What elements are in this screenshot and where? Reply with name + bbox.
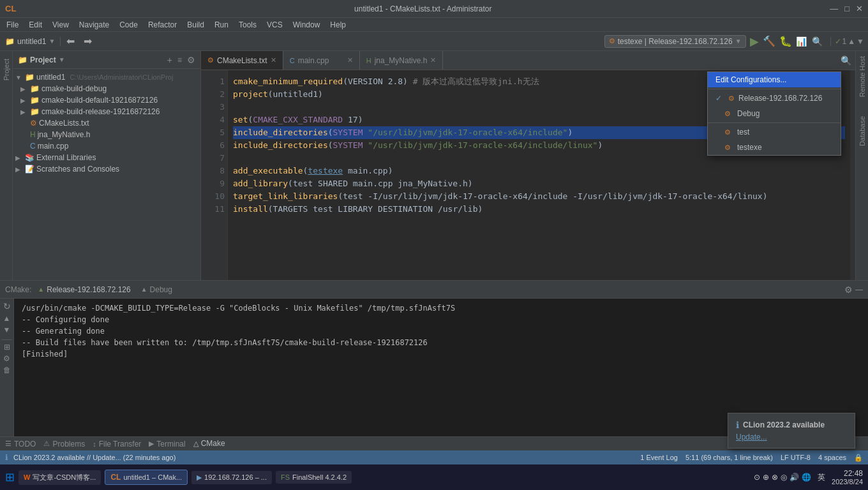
console-line-4: -- Build files have been written to: /tm… [22, 337, 860, 348]
menu-bar: File Edit View Navigate Code Refactor Bu… [0, 18, 868, 32]
taskbar-app-finalshell[interactable]: FS FinalShell 4.2.4.2 [276, 471, 352, 484]
maximize-btn[interactable]: □ [844, 4, 849, 13]
console-up-btn[interactable]: ▲ [3, 314, 11, 323]
tree-file-jna[interactable]: H jna_MyNative.h [13, 129, 200, 140]
notification-action[interactable]: Update... [736, 433, 767, 436]
sidebar-settings[interactable]: ⚙ [187, 55, 195, 65]
cmake-tab-release[interactable]: ▲ Release-192.168.72.126 [34, 283, 134, 297]
sidebar-collapse[interactable]: ≡ [177, 56, 182, 64]
root-icon: 📁 [25, 73, 34, 82]
menu-edit[interactable]: Edit [24, 19, 47, 31]
cmake-header: CMake: ▲ Release-192.168.72.126 ▲ Debug … [0, 281, 868, 299]
tray-icon-4[interactable]: ◎ [781, 473, 787, 482]
tree-external-libs[interactable]: ▶ 📚 External Libraries [13, 152, 200, 163]
tray-icon-3[interactable]: ⊗ [772, 473, 778, 482]
database-label[interactable]: Database [857, 114, 867, 149]
code-line-8: add_executable(testexe main.cpp) [233, 165, 845, 177]
menu-view[interactable]: View [47, 19, 74, 31]
tray-icon-6[interactable]: 🌐 [802, 473, 811, 482]
tab-jna[interactable]: H jna_MyNative.h ✕ [360, 51, 444, 70]
cmake-minimize-btn[interactable]: — [855, 285, 863, 294]
debug-button[interactable]: 🐛 [778, 35, 793, 47]
menu-code[interactable]: Code [114, 19, 143, 31]
sidebar-tree: ▼ 📁 untitled1 C:\Users\Administrator\CLi… [13, 69, 200, 280]
project-vertical-label[interactable]: Project [1, 56, 11, 83]
menu-refactor[interactable]: Refactor [143, 19, 182, 31]
project-nav: 📁 untitled1 ▼ [0, 37, 61, 46]
start-button[interactable]: ⊞ [5, 470, 15, 484]
run-test-item[interactable]: ⚙ test [708, 124, 841, 140]
close-btn[interactable]: ✕ [856, 4, 863, 13]
project-panel-tab[interactable]: Project [0, 51, 13, 280]
config-release-item[interactable]: ✓ ⚙ Release-192.168.72.126 [708, 91, 841, 106]
tree-file-cmake[interactable]: ⚙ CMakeLists.txt [13, 117, 200, 129]
folder-default-label: cmake-build-default-19216872126 [41, 96, 158, 105]
tab-problems[interactable]: ⚠ Problems [43, 437, 85, 451]
tree-folder-default[interactable]: ▶ 📁 cmake-build-default-19216872126 [13, 94, 200, 106]
nav-up[interactable]: ▲ [848, 37, 855, 46]
project-label[interactable]: untitled1 [17, 37, 46, 46]
tree-scratches[interactable]: ▶ 📝 Scratches and Consoles [13, 163, 200, 175]
tree-folder-debug[interactable]: ▶ 📁 cmake-build-debug [13, 83, 200, 94]
right-panel: Remote Host Database [855, 51, 868, 280]
menu-tools[interactable]: Tools [234, 19, 262, 31]
console-btn5[interactable]: ⚙ [3, 354, 10, 363]
tray-icon-2[interactable]: ⊕ [763, 473, 769, 482]
config-dropdown[interactable]: Edit Configurations... ✓ ⚙ Release-192.1… [707, 71, 841, 156]
nav-down[interactable]: ▼ [857, 37, 864, 46]
tab-terminal[interactable]: ▶ Terminal [149, 437, 185, 451]
menu-vcs[interactable]: VCS [262, 19, 288, 31]
editor-search-icon[interactable]: 🔍 [841, 56, 851, 66]
console-down-btn[interactable]: ▼ [3, 325, 11, 334]
tree-folder-release[interactable]: ▶ 📁 cmake-build-release-19216872126 [13, 106, 200, 117]
taskbar-app-csdn[interactable]: W 写文章-CSDN博客... [19, 470, 101, 485]
run-button[interactable]: ▶ [749, 34, 760, 48]
console-refresh-btn[interactable]: ↻ [3, 301, 11, 311]
input-method[interactable]: 英 [815, 472, 828, 483]
menu-help[interactable]: Help [325, 19, 351, 31]
tree-root[interactable]: ▼ 📁 untitled1 C:\Users\Administrator\CLi… [13, 71, 200, 83]
console-left-buttons: ↻ ▲ ▼ ⊞ ⚙ 🗑 [0, 299, 14, 436]
taskbar-app-remote[interactable]: ▶ 192.168.72.126 – ... [191, 471, 272, 484]
tab-cmakelists[interactable]: ⚙ CMakeLists.txt ✕ [201, 51, 283, 70]
sidebar-add[interactable]: + [167, 55, 172, 65]
remote-host-label[interactable]: Remote Host [857, 54, 867, 100]
menu-run[interactable]: Run [209, 19, 234, 31]
tab-h-close[interactable]: ✕ [430, 56, 436, 64]
console-btn6[interactable]: 🗑 [3, 366, 11, 375]
coverage-button[interactable]: 📊 [795, 36, 808, 47]
minimize-btn[interactable]: — [830, 4, 838, 13]
tab-file-transfer[interactable]: ↕ File Transfer [93, 437, 141, 451]
menu-build[interactable]: Build [182, 19, 209, 31]
toolbar-search[interactable]: 🔍 [809, 36, 825, 47]
tray-icon-1[interactable]: ⊙ [754, 473, 760, 482]
tab-cmake-close[interactable]: ✕ [271, 56, 276, 64]
root-path: C:\Users\Administrator\CLionProj [70, 73, 173, 81]
run-testexe-item[interactable]: ⚙ testexe [708, 140, 841, 155]
event-log-btn[interactable]: 1 Event Log [640, 454, 678, 461]
menu-window[interactable]: Window [288, 19, 326, 31]
taskbar-app-clion[interactable]: CL untitled1 – CMak... [105, 470, 188, 485]
sidebar-dropdown-arrow[interactable]: ▼ [59, 56, 65, 63]
console-btn4[interactable]: ⊞ [4, 343, 10, 352]
cmake-tab-debug[interactable]: ▲ Debug [137, 283, 176, 297]
tab-todo[interactable]: ☰ TODO [5, 437, 36, 451]
config-debug-item[interactable]: ⚙ Debug [708, 106, 841, 121]
cmake-settings-btn[interactable]: ⚙ [844, 285, 853, 295]
edit-config-item[interactable]: Edit Configurations... [708, 72, 841, 87]
tab-main-cpp[interactable]: C main.cpp ✕ [283, 51, 360, 70]
console-line-1: /usr/bin/cmake -DCMAKE_BUILD_TYPE=Releas… [22, 302, 860, 314]
build-button[interactable]: 🔨 [761, 35, 777, 47]
root-label: untitled1 [36, 73, 65, 82]
menu-navigate[interactable]: Navigate [74, 19, 114, 31]
tree-file-main[interactable]: C main.cpp [13, 140, 200, 152]
tab-cmake[interactable]: △ CMake [193, 436, 225, 451]
toolbar-forward[interactable]: ➡ [80, 34, 95, 48]
run-config-selector[interactable]: ⚙ testexe | Release-192.168.72.126 ▼ [604, 35, 746, 48]
menu-file[interactable]: File [1, 19, 24, 31]
run-config-icon: ⚙ [609, 37, 615, 45]
tab-cpp-close[interactable]: ✕ [347, 56, 353, 64]
status-left-text[interactable]: CLion 2023.2 available // Update... (22 … [13, 454, 176, 461]
tray-icon-5[interactable]: 🔊 [789, 473, 799, 482]
toolbar-back[interactable]: ⬅ [63, 34, 78, 48]
